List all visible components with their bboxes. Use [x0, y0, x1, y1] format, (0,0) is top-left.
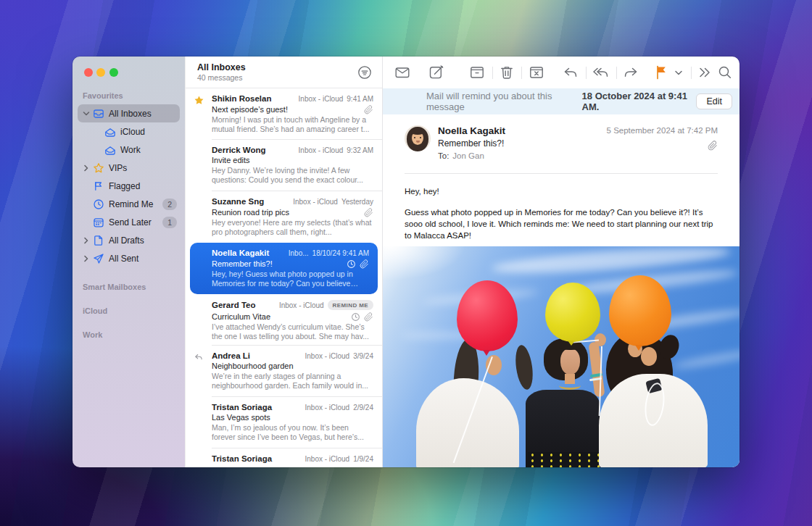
zoom-window-button[interactable] [109, 68, 118, 77]
flag-icon [93, 180, 104, 192]
work-section-label: Work [72, 330, 185, 339]
body-greeting: Hey, hey! [405, 185, 718, 197]
all-inboxes-tray-icon [93, 108, 104, 120]
cloud [673, 348, 740, 371]
message-row-selected[interactable]: Noella KagakitInbo...18/10/24 9:41 AM Re… [190, 243, 378, 294]
sidebar-item-label: Send Later [109, 217, 152, 227]
favourites-section-label: Favourites [72, 91, 185, 100]
junk-icon[interactable] [528, 64, 545, 81]
star-icon [93, 162, 104, 174]
message-time: 3/9/24 [353, 352, 373, 360]
paper-plane-icon [93, 253, 104, 264]
sidebar-item-label: Remind Me [109, 199, 153, 209]
message-row[interactable]: Suzanne SngInbox - iCloudYesterday Reuni… [186, 191, 382, 243]
sidebar-item-label: All Inboxes [109, 109, 152, 119]
sidebar-item-send-later[interactable]: Send Later 1 [72, 213, 185, 231]
message-mailbox: Inbox - iCloud [304, 352, 349, 360]
message-sender: Tristan Soriaga [212, 403, 300, 412]
body-paragraph: Guess what photo popped up in Memories f… [405, 206, 718, 241]
message-preview: Hey everyone! Here are my selects (that’… [212, 218, 373, 237]
count-badge: 1 [162, 217, 177, 228]
message-row[interactable]: Andrea LiInbox - iCloud3/9/24 Neighbourh… [186, 346, 382, 397]
sidebar-item-work-inbox[interactable]: Work [72, 141, 185, 159]
message-rows: Shikin RoselanInbox - iCloud9:41 AM Next… [186, 88, 382, 467]
reminder-banner-text: Mail will remind you about this message [426, 91, 579, 112]
message-sender: Tristan Soriaga [212, 454, 300, 463]
message-row[interactable]: Gerard TeoInbox - iCloudREMIND ME Curric… [186, 294, 382, 346]
flagged-star-icon [194, 95, 204, 106]
toolbar [383, 57, 740, 88]
message-sender: Andrea Li [212, 351, 300, 360]
filter-icon[interactable] [357, 64, 373, 80]
left-woman-hair [513, 344, 535, 391]
attachment-photo[interactable] [383, 246, 740, 467]
search-icon[interactable] [716, 64, 734, 81]
message-sender: Suzanne Sng [212, 197, 289, 206]
message-preview: Hey, hey! Guess what photo popped up in … [212, 270, 369, 288]
message-list-header: All Inboxes 40 messages [186, 57, 382, 88]
message-mailbox: Inbo... [289, 249, 309, 257]
mailbox-title: All Inboxes [197, 62, 382, 72]
reminder-banner-datetime: 18 October 2024 at 9:41 AM. [582, 91, 697, 112]
forward-icon[interactable] [622, 64, 639, 81]
inbox-icon [104, 144, 116, 156]
right-woman-hand [641, 347, 657, 366]
message-row[interactable]: Tristan SoriagaInbox - iCloud2/9/24 Las … [186, 397, 382, 448]
trash-icon[interactable] [498, 64, 515, 81]
red-balloon [457, 280, 518, 351]
message-time: Yesterday [341, 198, 373, 206]
chevron-right-icon[interactable] [83, 164, 90, 172]
archive-icon[interactable] [468, 64, 486, 81]
sidebar-item-label: Work [120, 145, 141, 155]
message-row[interactable]: Tristan SoriagaInbox - iCloud1/9/24 [186, 448, 382, 467]
sidebar-item-flagged[interactable]: Flagged [72, 177, 185, 195]
reply-icon[interactable] [562, 64, 579, 81]
message-subject: Neighbourhood garden [212, 362, 373, 370]
sidebar-item-all-inboxes[interactable]: All Inboxes [78, 104, 180, 122]
sender-avatar[interactable] [405, 125, 431, 151]
message-time: 2/9/24 [353, 404, 373, 412]
to-label: To: [438, 151, 449, 160]
sidebar: Favourites All Inboxes iCloud Work VIPs [72, 57, 185, 467]
message-subject-line: Remember this?! [438, 138, 504, 149]
reply-all-icon[interactable] [592, 64, 610, 81]
orange-balloon-knot [635, 345, 642, 351]
edit-reminder-button[interactable]: Edit [696, 93, 732, 109]
message-to-row: To:Jon Gan [438, 151, 484, 160]
paperclip-icon [360, 259, 369, 268]
chevron-down-icon[interactable] [83, 110, 90, 117]
message-preview: We’re in the early stages of planning a … [212, 372, 373, 391]
orange-balloon [609, 275, 671, 346]
unread-envelope-icon[interactable] [394, 64, 411, 81]
message-time: 9:32 AM [347, 146, 373, 154]
remind-me-badge: REMIND ME [328, 300, 373, 310]
message-mailbox: Inbox - iCloud [293, 198, 338, 206]
sidebar-item-all-sent[interactable]: All Sent [72, 249, 185, 267]
chevron-right-icon[interactable] [83, 237, 90, 244]
compose-icon[interactable] [428, 64, 445, 81]
message-subject: Reunion road trip pics [212, 208, 360, 217]
sidebar-item-remind-me[interactable]: Remind Me 2 [72, 195, 185, 213]
message-row[interactable]: Shikin RoselanInbox - iCloud9:41 AM Next… [186, 88, 382, 140]
more-toolbar-items-icon[interactable] [696, 64, 713, 81]
reminder-banner: Mail will remind you about this message … [383, 88, 740, 114]
sidebar-item-icloud-inbox[interactable]: iCloud [72, 122, 185, 141]
sidebar-item-all-drafts[interactable]: All Drafts [72, 231, 185, 249]
sidebar-item-label: iCloud [120, 127, 145, 137]
flag-options-chevron-icon[interactable] [674, 64, 684, 81]
message-row[interactable]: Derrick WongInbox - iCloud9:32 AM Invite… [186, 140, 382, 191]
sidebar-item-vips[interactable]: VIPs [72, 159, 185, 177]
document-icon [93, 235, 104, 246]
message-mailbox: Inbox - iCloud [299, 146, 344, 154]
close-window-button[interactable] [84, 68, 93, 77]
flag-icon[interactable] [653, 64, 671, 81]
replied-arrow-icon [194, 352, 204, 363]
minimize-window-button[interactable] [96, 68, 105, 77]
smart-mailboxes-section-label: Smart Mailboxes [72, 283, 185, 291]
chevron-right-icon[interactable] [83, 255, 90, 262]
message-mailbox: Inbox - iCloud [299, 95, 344, 103]
mail-window: Favourites All Inboxes iCloud Work VIPs [72, 57, 740, 467]
middle-woman-arm [588, 341, 605, 397]
message-sender: Shikin Roselan [212, 94, 294, 103]
to-recipient[interactable]: Jon Gan [452, 151, 484, 160]
